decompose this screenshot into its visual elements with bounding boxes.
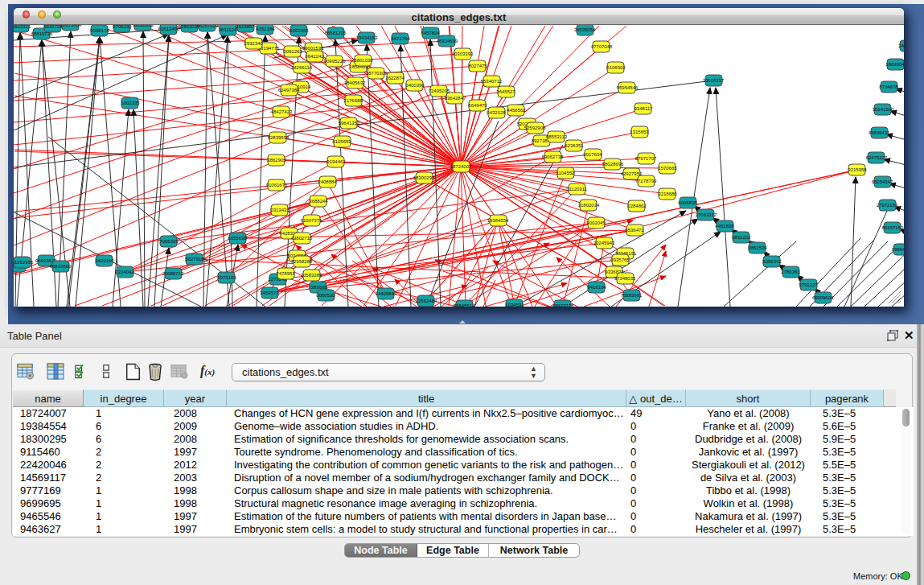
- svg-text:55340712: 55340712: [481, 79, 503, 84]
- svg-text:62497384: 62497384: [278, 88, 300, 93]
- svg-text:99001533: 99001533: [302, 46, 324, 51]
- svg-text:5811222: 5811222: [733, 235, 752, 240]
- svg-text:6236351: 6236351: [565, 143, 584, 148]
- svg-text:0642242: 0642242: [305, 54, 324, 59]
- svg-text:63923321: 63923321: [14, 25, 31, 29]
- svg-text:20245943: 20245943: [593, 241, 615, 245]
- svg-text:3215958: 3215958: [848, 167, 867, 172]
- svg-text:18175604: 18175604: [60, 25, 82, 27]
- svg-text:3429160: 3429160: [95, 258, 114, 263]
- svg-text:7005329: 7005329: [159, 239, 179, 244]
- svg-text:18405632: 18405632: [344, 80, 366, 85]
- svg-text:8457824: 8457824: [421, 31, 440, 35]
- svg-text:86257029: 86257029: [197, 25, 219, 28]
- svg-text:0400396: 0400396: [405, 83, 425, 88]
- svg-text:9791227: 9791227: [799, 282, 818, 287]
- svg-text:72958288: 72958288: [291, 259, 313, 264]
- svg-text:4451838: 4451838: [715, 224, 734, 229]
- svg-text:1570665: 1570665: [658, 166, 677, 171]
- svg-text:31802034: 31802034: [578, 203, 600, 208]
- svg-text:19384554: 19384554: [487, 218, 509, 223]
- svg-text:46924699: 46924699: [437, 39, 458, 43]
- svg-text:0091263: 0091263: [283, 49, 302, 54]
- svg-text:00303393: 00303393: [452, 51, 474, 56]
- svg-text:82839598: 82839598: [268, 135, 290, 140]
- svg-text:9194462: 9194462: [326, 159, 346, 164]
- svg-text:38770309: 38770309: [366, 71, 388, 76]
- svg-text:8734678: 8734678: [879, 84, 898, 89]
- svg-text:14266114: 14266114: [291, 65, 313, 70]
- svg-text:0313431: 0313431: [270, 208, 290, 212]
- svg-text:76583981: 76583981: [621, 293, 643, 298]
- svg-text:2932340: 2932340: [244, 41, 263, 46]
- svg-text:91061671: 91061671: [266, 183, 288, 187]
- svg-text:73434153: 73434153: [356, 35, 378, 40]
- svg-text:87971707: 87971707: [635, 156, 657, 161]
- svg-text:18724007: 18724007: [450, 164, 472, 169]
- svg-text:48427423: 48427423: [271, 109, 293, 114]
- svg-text:68254347: 68254347: [872, 179, 893, 184]
- svg-text:27972183: 27972183: [877, 203, 898, 208]
- svg-text:6471764: 6471764: [391, 36, 410, 41]
- svg-text:6358178: 6358178: [90, 28, 109, 33]
- svg-text:10616157: 10616157: [703, 78, 725, 83]
- svg-text:1104552: 1104552: [556, 171, 576, 175]
- svg-text:9348117: 9348117: [634, 106, 654, 111]
- svg-text:18300295: 18300295: [413, 175, 435, 180]
- svg-text:9053665: 9053665: [290, 28, 309, 33]
- svg-text:9416104: 9416104: [587, 285, 606, 290]
- svg-text:3218680: 3218680: [658, 192, 677, 196]
- svg-text:3224042: 3224042: [115, 270, 134, 274]
- svg-text:43802715: 43802715: [291, 236, 313, 241]
- svg-text:30141900: 30141900: [873, 107, 894, 112]
- svg-text:9611124: 9611124: [219, 27, 237, 32]
- svg-text:27063317: 27063317: [696, 212, 717, 217]
- svg-text:59641352: 59641352: [339, 121, 360, 126]
- svg-text:62475227: 62475227: [866, 155, 888, 160]
- svg-text:72495205: 72495205: [429, 89, 450, 93]
- svg-text:6649470: 6649470: [468, 103, 487, 108]
- svg-text:0432028: 0432028: [487, 110, 506, 115]
- svg-text:5536472: 5536472: [625, 228, 644, 233]
- svg-text:20086712: 20086712: [162, 271, 184, 276]
- svg-text:3688244: 3688244: [309, 199, 328, 204]
- svg-text:61052955: 61052955: [14, 260, 34, 265]
- svg-text:4105659: 4105659: [332, 139, 351, 144]
- svg-text:69062738: 69062738: [542, 154, 564, 159]
- svg-text:58028696: 58028696: [602, 162, 624, 167]
- svg-text:9002045: 9002045: [586, 220, 606, 225]
- svg-text:92820102: 92820102: [133, 25, 154, 27]
- svg-text:1315653: 1315653: [630, 130, 649, 134]
- svg-text:61507371: 61507371: [301, 218, 322, 223]
- svg-text:0284862: 0284862: [627, 204, 647, 208]
- svg-text:9705232: 9705232: [113, 25, 132, 29]
- svg-text:61612490: 61612490: [158, 27, 180, 31]
- svg-text:5056342: 5056342: [762, 259, 782, 264]
- svg-text:66832860: 66832860: [50, 264, 72, 269]
- svg-text:1034591: 1034591: [505, 303, 524, 307]
- svg-text:3383668: 3383668: [308, 285, 327, 290]
- svg-text:5627915: 5627915: [185, 257, 204, 262]
- svg-text:47707048: 47707048: [591, 44, 613, 49]
- svg-text:00995226: 00995226: [324, 59, 346, 64]
- svg-text:4456562: 4456562: [507, 108, 526, 113]
- svg-text:2463656: 2463656: [898, 43, 904, 48]
- svg-text:5106502: 5106502: [606, 65, 626, 70]
- svg-text:0935765: 0935765: [610, 257, 630, 262]
- svg-text:3862905: 3862905: [267, 158, 286, 163]
- svg-text:2176688: 2176688: [343, 98, 363, 103]
- svg-text:80157150: 80157150: [882, 225, 904, 230]
- svg-text:45909604: 45909604: [812, 295, 834, 300]
- svg-text:2622874: 2622874: [385, 76, 405, 80]
- svg-text:66581205: 66581205: [325, 31, 347, 35]
- svg-text:52592908: 52592908: [524, 126, 546, 130]
- svg-text:6055638: 6055638: [228, 236, 247, 241]
- svg-text:3973169: 3973169: [217, 275, 236, 280]
- svg-text:8027475: 8027475: [468, 64, 487, 68]
- svg-text:83642847: 83642847: [445, 96, 466, 101]
- svg-text:12562484: 12562484: [416, 299, 437, 303]
- svg-text:3645527: 3645527: [496, 89, 515, 94]
- svg-text:0862539: 0862539: [748, 245, 767, 250]
- svg-text:2623857: 2623857: [236, 25, 255, 29]
- svg-text:6005838: 6005838: [678, 200, 697, 205]
